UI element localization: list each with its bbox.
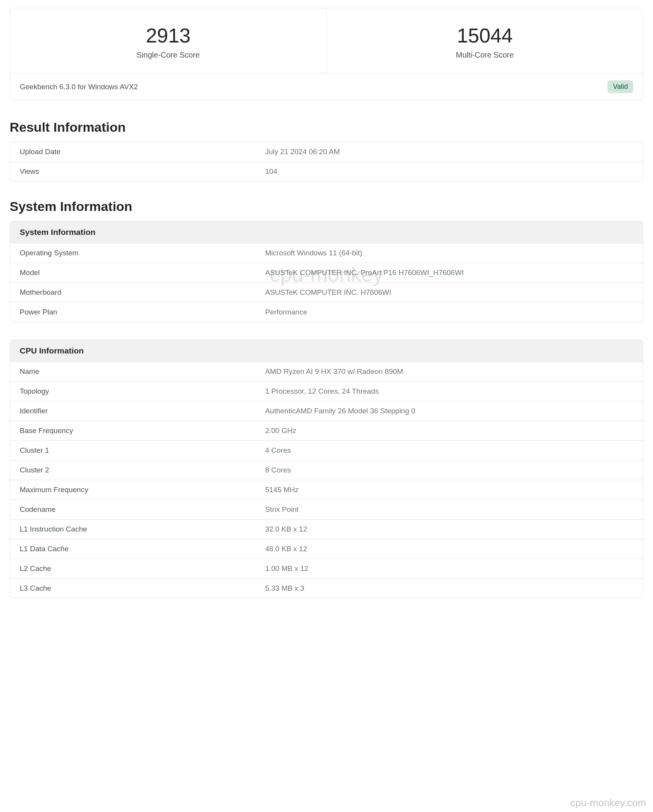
result-info-table: Upload Date July 21 2024 06:20 AM Views … — [10, 142, 643, 182]
row-label: Model — [20, 268, 265, 277]
row-label: Cluster 1 — [20, 446, 265, 455]
row-value: July 21 2024 06:20 AM — [265, 148, 633, 156]
single-core-score: 2913 — [18, 24, 319, 48]
table-row: Codename Strix Point — [10, 500, 643, 520]
row-label: L1 Instruction Cache — [20, 525, 265, 533]
row-label: L1 Data Cache — [20, 545, 265, 553]
system-info-table: System Information Operating System Micr… — [10, 221, 643, 322]
row-value: 32.0 KB x 12 — [265, 525, 633, 533]
table-row: Cluster 1 4 Cores — [10, 441, 643, 460]
table-row: Operating System Microsoft Windows 11 (6… — [10, 243, 643, 263]
row-value: 2.00 GHz — [265, 426, 633, 435]
row-value: 1 Processor, 12 Cores, 24 Threads — [265, 387, 633, 396]
row-label: Operating System — [20, 249, 265, 257]
row-value: 5145 MHz — [265, 486, 633, 494]
multi-core-label: Multi-Core Score — [335, 51, 636, 59]
row-value: Strix Point — [265, 505, 633, 514]
row-label: Base Frequency — [20, 426, 265, 435]
single-core-panel: 2913 Single-Core Score — [10, 8, 327, 73]
table-row: Motherboard ASUSTeK COMPUTER INC. H7606W… — [10, 283, 643, 302]
table-row: Cluster 2 8 Cores — [10, 460, 643, 480]
row-label: L3 Cache — [20, 584, 265, 593]
table-row: Upload Date July 21 2024 06:20 AM — [10, 142, 643, 162]
table-row: Views 104 — [10, 162, 643, 181]
row-value: AuthenticAMD Family 26 Model 36 Stepping… — [265, 407, 633, 415]
table-row: Topology 1 Processor, 12 Cores, 24 Threa… — [10, 382, 643, 401]
table-row: L3 Cache 5.33 MB x 3 — [10, 579, 643, 598]
row-value: ASUSTeK COMPUTER INC. ProArt P16 H7606WI… — [265, 268, 633, 277]
table-row: L1 Instruction Cache 32.0 KB x 12 — [10, 520, 643, 539]
multi-core-score: 15044 — [335, 24, 636, 48]
system-info-heading: System Information — [10, 199, 643, 214]
row-value: 1.00 MB x 12 — [265, 564, 633, 573]
row-label: L2 Cache — [20, 564, 265, 573]
multi-core-panel: 15044 Multi-Core Score — [327, 8, 643, 73]
table-header: System Information — [10, 221, 643, 243]
row-label: Codename — [20, 505, 265, 514]
table-row: Identifier AuthenticAMD Family 26 Model … — [10, 401, 643, 421]
row-label: Topology — [20, 387, 265, 396]
benchmark-name: Geekbench 6.3.0 for Windows AVX2 — [20, 83, 138, 91]
row-label: Motherboard — [20, 288, 265, 297]
row-label: Identifier — [20, 407, 265, 415]
row-label: Cluster 2 — [20, 466, 265, 474]
row-value: ASUSTeK COMPUTER INC. H7606WI — [265, 288, 633, 297]
row-value: Performance — [265, 308, 633, 316]
row-value: 4 Cores — [265, 446, 633, 455]
row-label: Name — [20, 367, 265, 376]
row-label: Upload Date — [20, 148, 265, 156]
row-label: Maximum Frequency — [20, 486, 265, 494]
row-value: 104 — [265, 167, 633, 176]
table-row: Base Frequency 2.00 GHz — [10, 421, 643, 441]
row-value: 5.33 MB x 3 — [265, 584, 633, 593]
score-footer: Geekbench 6.3.0 for Windows AVX2 Valid — [10, 73, 643, 100]
row-value: Microsoft Windows 11 (64-bit) — [265, 249, 633, 257]
table-row: Model ASUSTeK COMPUTER INC. ProArt P16 H… — [10, 263, 643, 283]
row-value: 48.0 KB x 12 — [265, 545, 633, 553]
cpu-info-table: CPU Information Name AMD Ryzen AI 9 HX 3… — [10, 340, 643, 598]
table-header: CPU Information — [10, 340, 643, 362]
row-value: 8 Cores — [265, 466, 633, 474]
result-info-heading: Result Information — [10, 120, 643, 135]
valid-badge: Valid — [607, 80, 633, 93]
table-row: L2 Cache 1.00 MB x 12 — [10, 559, 643, 579]
table-row: Name AMD Ryzen AI 9 HX 370 w/ Radeon 890… — [10, 362, 643, 382]
row-label: Views — [20, 167, 265, 176]
row-label: Power Plan — [20, 308, 265, 316]
row-value: AMD Ryzen AI 9 HX 370 w/ Radeon 890M — [265, 367, 633, 376]
single-core-label: Single-Core Score — [18, 51, 319, 59]
table-row: Maximum Frequency 5145 MHz — [10, 480, 643, 500]
table-row: Power Plan Performance — [10, 302, 643, 322]
score-card: 2913 Single-Core Score 15044 Multi-Core … — [10, 8, 643, 73]
table-row: L1 Data Cache 48.0 KB x 12 — [10, 539, 643, 559]
